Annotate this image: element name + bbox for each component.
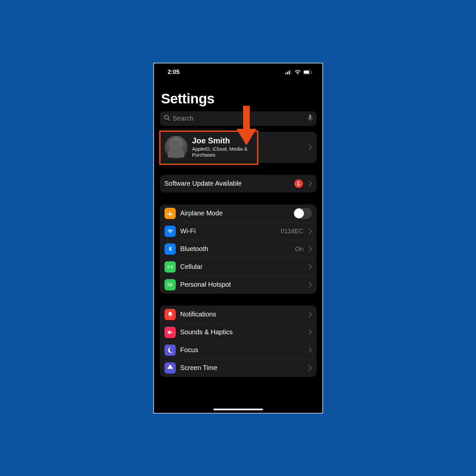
apple-id-text: Joe Smith AppleID, iCloud, Media & Purch…: [192, 136, 304, 158]
notifications-icon: [165, 309, 176, 320]
hotspot-row[interactable]: Personal Hotspot: [160, 276, 316, 294]
wifi-row[interactable]: Wi-Fi 0116EC: [160, 222, 316, 240]
airplane-mode-row[interactable]: Airplane Mode: [160, 204, 316, 222]
wifi-status-icon: [294, 70, 301, 74]
cellular-row[interactable]: Cellular: [160, 258, 316, 276]
bluetooth-label: Bluetooth: [180, 245, 291, 253]
network-group: Airplane Mode Wi-Fi 0116EC Bluetooth: [160, 204, 316, 294]
bluetooth-row[interactable]: Bluetooth On: [160, 240, 316, 258]
general-group: Notifications Sounds & Haptics Focus: [160, 306, 316, 377]
chevron-right-icon: [309, 282, 312, 287]
search-icon: [164, 115, 170, 122]
screen-time-row[interactable]: Screen Time: [160, 359, 316, 377]
screen-time-label: Screen Time: [180, 364, 304, 372]
search-bar[interactable]: [160, 111, 316, 126]
account-name: Joe Smith: [192, 136, 304, 145]
chevron-right-icon: [309, 181, 312, 186]
chevron-right-icon: [309, 246, 312, 252]
focus-row[interactable]: Focus: [160, 341, 316, 359]
notifications-label: Notifications: [180, 311, 304, 318]
cellular-label: Cellular: [180, 263, 304, 271]
airplane-label: Airplane Mode: [180, 209, 289, 217]
page-title: Settings: [160, 77, 316, 111]
account-subtitle: AppleID, iCloud, Media & Purchases: [192, 146, 255, 158]
phone-screen: 2:05 Settings: [154, 63, 322, 413]
hotspot-icon: [165, 279, 176, 290]
svg-rect-2: [289, 71, 290, 74]
svg-rect-1: [287, 72, 288, 74]
chevron-right-icon: [309, 229, 312, 234]
chevron-right-icon: [309, 145, 312, 150]
sounds-icon: [165, 327, 176, 338]
airplane-toggle[interactable]: [293, 208, 312, 219]
focus-icon: [165, 345, 176, 356]
status-time: 2:05: [168, 69, 180, 76]
bluetooth-value: On: [295, 245, 303, 253]
battery-icon: [303, 70, 312, 74]
svg-rect-9: [309, 115, 311, 119]
sounds-row[interactable]: Sounds & Haptics: [160, 323, 316, 341]
svg-rect-5: [304, 71, 309, 74]
hotspot-label: Personal Hotspot: [180, 281, 304, 288]
wifi-icon: [165, 226, 176, 237]
software-update-row[interactable]: Software Update Available 1: [160, 175, 316, 193]
svg-point-7: [165, 115, 168, 119]
microphone-icon[interactable]: [308, 115, 312, 123]
software-update-group: Software Update Available 1: [160, 175, 316, 193]
chevron-right-icon: [309, 312, 312, 317]
wifi-label: Wi-Fi: [180, 227, 276, 235]
wifi-value: 0116EC: [281, 228, 304, 235]
focus-label: Focus: [180, 346, 304, 354]
svg-rect-6: [311, 71, 312, 73]
tutorial-frame: 2:05 Settings: [153, 63, 323, 414]
svg-rect-0: [285, 73, 286, 74]
avatar: [165, 136, 188, 159]
home-indicator[interactable]: [213, 409, 263, 410]
bluetooth-icon: [165, 243, 176, 255]
screen-time-icon: [165, 362, 176, 374]
apple-id-row[interactable]: Joe Smith AppleID, iCloud, Media & Purch…: [160, 132, 316, 163]
cellular-icon: [165, 261, 176, 273]
chevron-right-icon: [309, 330, 312, 335]
software-update-label: Software Update Available: [165, 180, 290, 187]
chevron-right-icon: [309, 264, 312, 270]
apple-id-card: Joe Smith AppleID, iCloud, Media & Purch…: [160, 132, 316, 163]
svg-rect-3: [290, 70, 291, 74]
status-bar: 2:05: [154, 65, 322, 77]
chevron-right-icon: [309, 348, 312, 353]
notifications-row[interactable]: Notifications: [160, 306, 316, 323]
airplane-icon: [165, 208, 176, 219]
sounds-label: Sounds & Haptics: [180, 328, 304, 336]
chevron-right-icon: [309, 365, 312, 371]
cellular-signal-icon: [285, 70, 292, 74]
update-badge: 1: [294, 179, 303, 188]
svg-line-8: [168, 119, 170, 121]
search-input[interactable]: [173, 115, 305, 122]
